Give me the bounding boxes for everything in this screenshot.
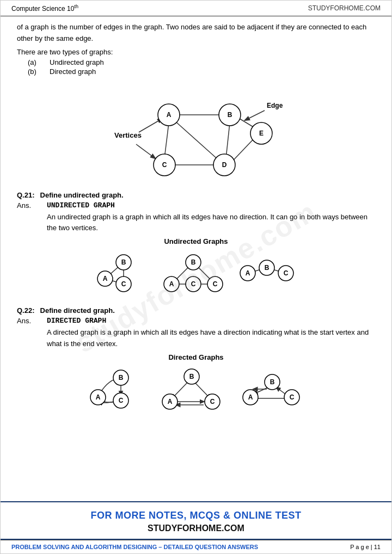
footer-page: P a g e | 11: [350, 544, 381, 550]
q21-number: Q.21:: [17, 191, 35, 199]
directed-graph-1: A B C: [87, 365, 147, 414]
main-graph-diagram: Vertices Edge: [17, 83, 375, 181]
svg-text:C: C: [290, 393, 295, 401]
svg-text:Edge: Edge: [267, 102, 283, 109]
q21-block: Q.21: Define undirected graph. Ans. UNDI…: [17, 191, 375, 298]
svg-text:B: B: [270, 378, 275, 386]
q22-ans-label: Ans.: [17, 317, 36, 325]
q22-ans-line: Ans. DIRECTED GRAPH: [17, 317, 375, 325]
header-title-text: Computer Science 10: [11, 5, 74, 13]
directed-graphs-row: A B C: [17, 365, 375, 414]
svg-line-11: [233, 138, 255, 161]
type-b-text: Directed graph: [50, 67, 96, 76]
q21-ans-title: UNDIRECTED GRAPH: [47, 201, 115, 210]
intro-paragraph: of a graph is the number of edges in the…: [17, 22, 375, 45]
svg-text:A: A: [169, 280, 174, 288]
svg-line-4: [245, 110, 265, 120]
type-a-label: (a): [28, 58, 39, 66]
svg-text:B: B: [228, 111, 232, 119]
type-b-label: (b): [28, 67, 39, 76]
svg-text:E: E: [259, 130, 264, 137]
undirected-graph-3: A B C: [237, 257, 297, 290]
q22-ans-text: A directed graph is a graph in which all…: [17, 327, 375, 350]
svg-text:B: B: [121, 258, 126, 266]
undirected-graphs-title: Undirected Graphs: [17, 237, 375, 245]
svg-text:B: B: [189, 373, 194, 380]
svg-line-1: [136, 144, 155, 158]
types-intro: There are two types of graphs:: [17, 48, 375, 56]
svg-text:C: C: [162, 161, 167, 169]
footer-left-text: PROBLEM SOLVING AND ALGORITHM DESIGNING …: [11, 544, 258, 550]
promo-main-text: FOR MORE NOTES, MCQS & ONLINE TEST: [1, 510, 391, 521]
q22-block: Q.22: Define directed graph. Ans. DIRECT…: [17, 306, 375, 414]
type-a-text: Undirected graph: [50, 58, 104, 66]
promo-section: FOR MORE NOTES, MCQS & ONLINE TEST STUDY…: [1, 501, 391, 540]
svg-line-7: [175, 121, 217, 158]
svg-text:C: C: [119, 397, 124, 404]
directed-graphs-title: Directed Graphs: [17, 353, 375, 361]
svg-text:A: A: [167, 111, 171, 119]
header-site: STUDYFORHOME.COM: [308, 4, 381, 12]
q22-text: Define directed graph.: [40, 306, 115, 315]
svg-text:C: C: [213, 280, 218, 288]
q22-question: Q.22: Define directed graph.: [17, 306, 375, 315]
page-header: Computer Science 10th STUDYFORHOME.COM: [1, 1, 391, 16]
type-b-item: (b) Directed graph: [17, 67, 375, 76]
svg-text:D: D: [222, 161, 227, 169]
main-content: of a graph is the number of edges in the…: [1, 16, 391, 497]
directed-graph-3: B A C: [240, 370, 305, 408]
promo-site-text: STUDYFORHOME.COM: [1, 524, 391, 533]
q21-ans-text: An undirected graph is a graph in which …: [17, 212, 375, 235]
svg-text:C: C: [284, 269, 289, 277]
svg-line-2: [139, 119, 162, 132]
page: Computer Science 10th STUDYFORHOME.COM o…: [0, 0, 392, 554]
header-title-sup: th: [74, 4, 78, 9]
undirected-graphs-row: A B C A: [17, 249, 375, 298]
svg-text:A: A: [103, 275, 108, 282]
directed-graph-2: B A C: [158, 365, 229, 414]
svg-text:A: A: [248, 393, 253, 401]
q22-number: Q.22:: [17, 306, 35, 315]
undirected-graph-1: A B C: [95, 251, 150, 295]
main-graph-svg: Vertices Edge: [82, 83, 310, 181]
page-footer: PROBLEM SOLVING AND ALGORITHM DESIGNING …: [1, 540, 391, 553]
svg-text:B: B: [265, 264, 270, 272]
svg-text:A: A: [246, 269, 250, 277]
undirected-graph-2: A B C C: [161, 249, 226, 298]
svg-line-8: [226, 123, 230, 158]
svg-text:C: C: [121, 280, 126, 288]
q21-ans-label: Ans.: [17, 201, 36, 210]
q22-ans-title: DIRECTED GRAPH: [47, 317, 106, 325]
svg-text:Vertices: Vertices: [114, 131, 142, 139]
svg-line-6: [164, 123, 169, 158]
svg-text:C: C: [191, 280, 196, 288]
svg-text:B: B: [191, 258, 196, 266]
header-title: Computer Science 10th: [11, 4, 78, 13]
svg-text:B: B: [119, 374, 124, 381]
svg-text:C: C: [210, 398, 215, 405]
q21-ans-line: Ans. UNDIRECTED GRAPH: [17, 201, 375, 210]
q21-question: Q.21: Define undirected graph.: [17, 191, 375, 199]
q21-text: Define undirected graph.: [40, 191, 124, 199]
svg-text:A: A: [168, 398, 173, 405]
svg-text:A: A: [96, 393, 101, 401]
type-a-item: (a) Undirected graph: [17, 58, 375, 66]
